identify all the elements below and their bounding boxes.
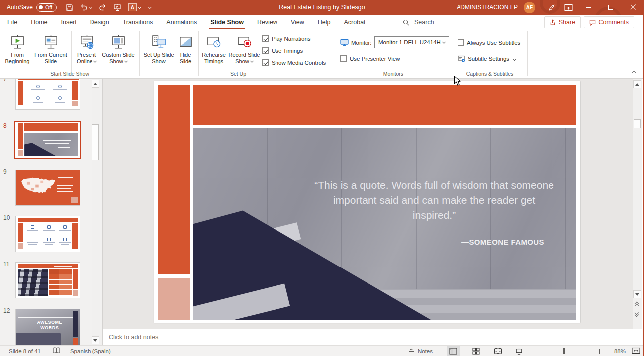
thumb-number-11: 11 [3, 261, 9, 267]
zoom-slider[interactable] [543, 351, 593, 351]
quote-text[interactable]: “This is a quote. Words full of wisdom t… [312, 178, 556, 250]
normal-view-button[interactable] [447, 346, 460, 356]
slide-thumbnail-11[interactable] [15, 262, 80, 298]
slide-thumbnail-12[interactable]: AWESOME WORDS [15, 309, 80, 345]
close-button[interactable] [622, 0, 644, 15]
slide-thumbnail-10[interactable] [15, 216, 80, 252]
slide-accent-strip[interactable] [158, 85, 190, 274]
main-scrollbar[interactable] [633, 79, 642, 329]
tab-slide-show[interactable]: Slide Show [210, 15, 244, 30]
slide-accent-pink[interactable] [158, 278, 190, 320]
show-media-controls-checkbox[interactable]: Show Media Controls [262, 59, 326, 66]
slide-sorter-view-button[interactable] [469, 346, 482, 356]
decor [73, 290, 78, 296]
previous-slide-button[interactable] [635, 302, 640, 306]
notes-toggle-button[interactable]: Notes [408, 348, 433, 354]
view-switcher [447, 346, 525, 356]
minimize-button[interactable] [577, 0, 599, 15]
chevron-down-icon [138, 5, 141, 9]
notes-panel[interactable]: Click to add notes [103, 329, 643, 345]
undo-button[interactable] [80, 4, 92, 11]
decor [24, 123, 78, 131]
tab-animations[interactable]: Animations [166, 15, 197, 30]
thumb-number-8: 8 [3, 122, 7, 129]
slide-position[interactable]: Slide 8 of 41 [9, 348, 41, 354]
subtitle-settings-button[interactable]: Subtitle Settings [458, 55, 516, 62]
checkbox-icon [340, 55, 347, 62]
tab-acrobat[interactable]: Acrobat [344, 15, 365, 30]
zoom-controls: 88% [534, 347, 644, 355]
tab-view[interactable]: View [291, 15, 304, 30]
scroll-down-button[interactable] [633, 290, 641, 298]
tab-home[interactable]: Home [31, 15, 47, 30]
slide-thumbnail-8[interactable] [14, 121, 81, 159]
use-timings-checkbox[interactable]: Use Timings [262, 47, 303, 54]
autosave-switch[interactable]: Off [36, 3, 57, 12]
account-name[interactable]: ADMINISTRACION FP [457, 4, 518, 11]
reading-view-button[interactable] [491, 346, 504, 356]
tab-help[interactable]: Help [318, 15, 331, 30]
ribbon-display-options-button[interactable] [560, 0, 577, 15]
slide-photo[interactable]: “This is a quote. Words full of wisdom t… [193, 128, 576, 320]
scrollbar-thumb[interactable] [92, 124, 99, 160]
zoom-out-button[interactable] [534, 349, 539, 354]
slide-show-view-button[interactable] [512, 346, 525, 356]
collapse-ribbon-button[interactable] [632, 71, 637, 76]
scroll-down-button[interactable] [92, 336, 99, 344]
zoom-in-button[interactable] [597, 349, 602, 354]
decor [49, 269, 72, 296]
qat-a-button[interactable]: A [128, 3, 140, 11]
slide-editor[interactable]: “This is a quote. Words full of wisdom t… [154, 81, 580, 323]
avatar[interactable]: AF [524, 2, 535, 13]
use-presenter-view-checkbox[interactable]: Use Presenter View [340, 55, 400, 62]
tab-file[interactable]: File [7, 15, 17, 30]
group-separator [139, 31, 140, 76]
share-button[interactable]: Share [544, 16, 581, 28]
inking-button[interactable] [543, 0, 560, 15]
chevron-down-icon [93, 59, 97, 63]
zoom-slider-thumb[interactable] [563, 348, 565, 354]
search-control[interactable]: Search [403, 15, 434, 30]
maximize-button[interactable] [599, 0, 622, 15]
decor [73, 338, 78, 345]
language-indicator[interactable]: Spanish (Spain) [70, 348, 111, 354]
slide-show-view-icon [515, 348, 523, 355]
title-bar: AutoSave Off A [0, 0, 644, 15]
decor [18, 150, 23, 156]
monitor-row: Monitor: [340, 39, 372, 46]
decor [18, 81, 23, 105]
autosave-label: AutoSave [7, 4, 33, 11]
slide-thumbnail-9[interactable] [15, 170, 80, 206]
scroll-up-button[interactable] [633, 80, 641, 88]
zoom-level[interactable]: 88% [609, 348, 626, 354]
autosave-toggle[interactable]: AutoSave Off [7, 3, 57, 12]
always-use-subtitles-checkbox[interactable]: Always Use Subtitles [458, 39, 520, 46]
accessibility-button[interactable] [53, 347, 60, 355]
play-narrations-checkbox[interactable]: Play Narrations [262, 35, 311, 42]
redo-icon [98, 4, 106, 11]
scrollbar-thumb[interactable] [634, 119, 641, 128]
thumbnail-scrollbar[interactable] [92, 79, 100, 345]
slide-header-bar[interactable] [193, 85, 576, 125]
redo-button[interactable] [98, 4, 106, 11]
comments-button[interactable]: Comments [584, 16, 634, 28]
customize-quick-access-button[interactable] [147, 6, 152, 9]
decor [18, 123, 23, 150]
save-button[interactable] [66, 4, 73, 11]
reading-view-icon [494, 348, 502, 355]
start-slideshow-button[interactable] [113, 3, 121, 11]
monitor-dropdown[interactable]: Monitor 1 DELL U2414H [374, 36, 449, 48]
tab-transitions[interactable]: Transitions [123, 15, 153, 30]
tab-insert[interactable]: Insert [61, 15, 77, 30]
tab-design[interactable]: Design [90, 15, 109, 30]
quick-access-toolbar: A [66, 3, 152, 11]
fit-slide-button[interactable] [632, 347, 640, 355]
next-slide-button[interactable] [635, 312, 640, 316]
slide-thumbnail-7[interactable] [15, 79, 80, 110]
from-beginning-icon [10, 34, 25, 50]
minus-icon [534, 351, 539, 351]
tab-review[interactable]: Review [257, 15, 277, 30]
scroll-up-button[interactable] [92, 80, 99, 88]
thumb-caption: AWESOME WORDS [35, 320, 64, 331]
minimize-icon [586, 7, 591, 7]
